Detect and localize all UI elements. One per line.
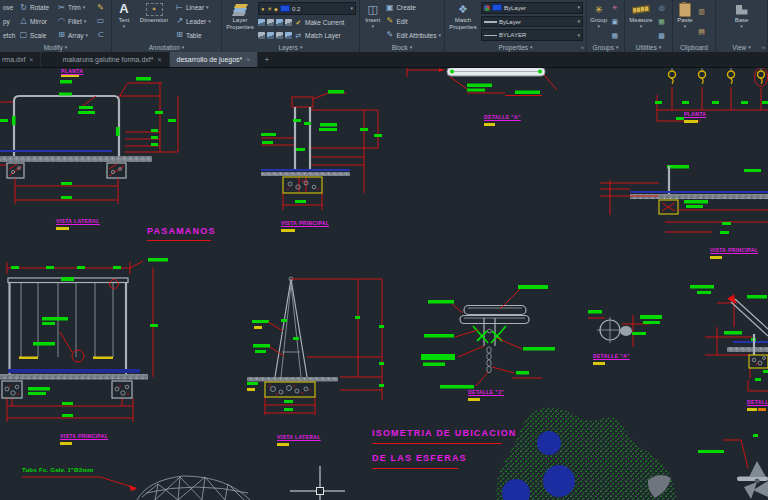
group-button[interactable]: ✳ Group ▾	[590, 1, 607, 42]
trim-dropdown-icon[interactable]: ▾	[83, 5, 86, 10]
paste-dropdown-icon[interactable]: ▾	[684, 24, 687, 29]
clipboard-panel-label[interactable]: Clipboard	[673, 42, 715, 52]
lineweight-dropdown[interactable]: ByLayer ▾	[481, 16, 583, 28]
edit-block-button[interactable]: ✎Edit	[385, 15, 441, 28]
rotate-icon: ↻	[19, 4, 28, 12]
text-dropdown-icon[interactable]: ▾	[123, 24, 126, 29]
layer-tool-icon[interactable]	[285, 19, 292, 26]
layer-tool-icon[interactable]	[276, 32, 283, 39]
object-color-dropdown[interactable]: ByLayer ▾	[481, 2, 583, 14]
rotate-button[interactable]: ↻Rotate	[19, 1, 54, 14]
leader-dropdown-icon[interactable]: ▾	[208, 19, 211, 24]
stretch-label-truncated[interactable]: etch	[3, 32, 16, 39]
measure-dropdown-icon[interactable]: ▾	[640, 24, 643, 29]
measure-button[interactable]: Measure ▾	[628, 1, 654, 42]
close-icon[interactable]: ×	[246, 56, 250, 63]
dimension-icon: ✶	[146, 3, 163, 16]
view-panel-label[interactable]: View▾»	[716, 42, 767, 52]
quick-select-button[interactable]: ▦	[657, 15, 668, 28]
insert-icon: ◫	[367, 2, 377, 17]
cut-clip-button[interactable]: ▤	[697, 25, 708, 38]
base-dropdown-icon[interactable]: ▾	[740, 24, 743, 29]
match-properties-button[interactable]: ❖ Match Properties	[448, 1, 478, 42]
layer-tool-icon[interactable]	[285, 32, 292, 39]
layer-tool-icon[interactable]	[258, 19, 265, 26]
linear-dropdown-icon[interactable]: ▾	[206, 5, 209, 10]
modify-panel-label[interactable]: Modify▾	[0, 42, 111, 52]
fillet-button[interactable]: ◠Fillet▾	[57, 15, 93, 28]
swing-hanger-detail	[421, 285, 555, 389]
quick-calc-icon: ▩	[657, 32, 666, 39]
group-select-button[interactable]: ▦	[610, 29, 621, 42]
file-tab-makaruns[interactable]: makaruns galutine forma.dxf* ×	[55, 52, 169, 67]
paste-button[interactable]: Paste ▾	[676, 1, 694, 42]
explode-button[interactable]: ▭	[96, 15, 107, 28]
layers-panel-label[interactable]: Layers▾	[222, 42, 359, 52]
break-icon: ⊂	[96, 31, 105, 39]
ungroup-button[interactable]: ✳	[610, 1, 621, 14]
insert-button[interactable]: ◫ Insert ▾	[363, 1, 382, 42]
block-panel-label[interactable]: Block▾	[360, 42, 444, 52]
create-block-button[interactable]: ▣Create	[385, 1, 441, 14]
copy-clip-button[interactable]: ▥	[697, 5, 708, 18]
dimension-button[interactable]: ✶ Dimension	[136, 1, 172, 42]
mirror-button[interactable]: △Mirror	[19, 15, 54, 28]
group-edit-button[interactable]: ▣	[610, 15, 621, 28]
layer-tool-icon[interactable]	[276, 19, 283, 26]
layer-lock-icon: ◆	[274, 6, 278, 12]
close-icon[interactable]: ×	[29, 56, 33, 63]
copy-label-truncated[interactable]: py	[3, 18, 16, 25]
drawing-canvas[interactable]: PLANTA VISTA LATERAL PASAMANOS VISTA PRI…	[0, 68, 768, 500]
leader-button[interactable]: ↗Leader▾	[175, 15, 218, 28]
edit-attributes-dropdown-icon[interactable]: ▾	[438, 33, 441, 38]
close-icon[interactable]: ×	[157, 56, 161, 63]
annotation-panel-label[interactable]: Annotation▾	[112, 42, 221, 52]
insert-dropdown-icon[interactable]: ▾	[371, 24, 374, 29]
drawing-label-vista-principal-bottom: VISTA PRINCIPAL	[60, 434, 108, 439]
break-button[interactable]: ⊂	[96, 29, 107, 42]
layer-properties-button[interactable]: Layer Properties	[225, 1, 255, 42]
properties-panel-label[interactable]: Properties▾»	[445, 42, 586, 52]
group-dropdown-icon[interactable]: ▾	[597, 24, 600, 29]
fillet-icon: ◠	[57, 17, 66, 25]
table-button[interactable]: ⊞Table	[175, 29, 218, 42]
text-button[interactable]: A Text ▾	[115, 1, 133, 42]
layer-tool-icon[interactable]	[258, 32, 265, 39]
scale-button[interactable]: ▢Scale	[19, 29, 54, 42]
panel-expander-icon[interactable]: »	[581, 44, 584, 50]
file-tab-bar: rma.dxf × makaruns galutine forma.dxf* ×…	[0, 52, 768, 68]
edit-attributes-button[interactable]: ✎Edit Attributes▾	[385, 29, 441, 42]
fillet-label: Fillet	[68, 18, 82, 25]
array-dropdown-icon[interactable]: ▾	[86, 33, 89, 38]
match-layer-button[interactable]: ⇄ Match Layer	[258, 29, 356, 42]
base-button[interactable]: Base ▾	[730, 1, 754, 42]
array-button[interactable]: ⊞Array▾	[57, 29, 93, 42]
panel-expander-icon[interactable]: »	[762, 44, 765, 50]
make-current-button[interactable]: ✔ Make Current	[258, 16, 356, 29]
fillet-dropdown-icon[interactable]: ▾	[84, 19, 87, 24]
object-color-value: ByLayer	[504, 5, 575, 11]
utilities-panel-label[interactable]: Utilities▾	[625, 42, 672, 52]
new-tab-button[interactable]: +	[258, 52, 275, 67]
quick-select-icon: ▦	[657, 18, 666, 25]
move-label-truncated[interactable]: ove	[3, 4, 16, 11]
linear-icon: ⊢	[175, 4, 184, 12]
groups-panel-label[interactable]: Groups▾	[587, 42, 624, 52]
label-underline	[468, 398, 480, 401]
array-label: Array	[68, 32, 84, 39]
erase-button[interactable]: ✎	[96, 1, 107, 14]
layer-tool-icon[interactable]	[267, 32, 274, 39]
quick-calc-button[interactable]: ▩	[657, 29, 668, 42]
layer-tool-icon[interactable]	[267, 19, 274, 26]
id-point-button[interactable]: ◎	[657, 1, 668, 14]
utilities-panel: Measure ▾ ◎ ▦ ▩ Utilities▾	[625, 0, 673, 52]
linear-button[interactable]: ⊢Linear▾	[175, 1, 218, 14]
modify-truncated-labels: ove py etch	[3, 1, 16, 42]
file-tab-desarrollo-de-juegos[interactable]: desarrollo de juegos* ×	[170, 52, 259, 67]
layer-dropdown[interactable]: ● ☀ ◆ 0.2 ▾	[258, 2, 356, 15]
trim-button[interactable]: ✂Trim▾	[57, 1, 93, 14]
pasamanos-lateral-view	[0, 77, 178, 204]
file-tab-forma[interactable]: rma.dxf ×	[0, 52, 41, 67]
pasamanos-front-view	[261, 90, 382, 210]
linetype-dropdown[interactable]: BYLAYER ▾	[481, 29, 583, 41]
